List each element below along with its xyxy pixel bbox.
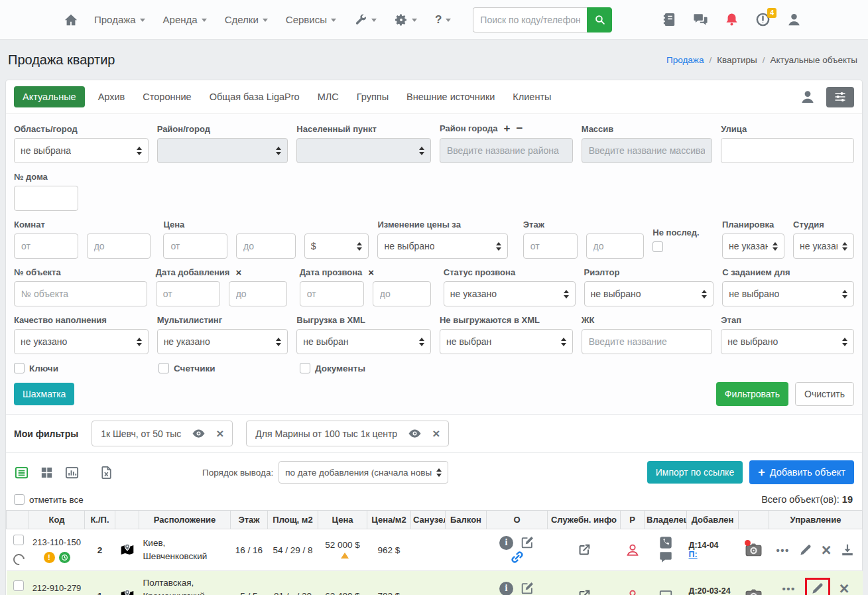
info-icon[interactable]: i	[499, 582, 513, 595]
add-object-button[interactable]: +Добавить объект	[749, 460, 854, 484]
xml-export-select[interactable]: не выбран	[296, 329, 431, 354]
house-number-input[interactable]	[14, 186, 78, 211]
multilisting-select[interactable]: не указано	[157, 329, 288, 354]
task-for-select[interactable]: не выбрано	[722, 281, 854, 306]
map-icon[interactable]	[120, 588, 135, 595]
edit-pencil-icon[interactable]	[799, 543, 812, 557]
grid-view-icon[interactable]	[39, 465, 54, 480]
residential-complex-input[interactable]	[582, 329, 713, 354]
reminders-icon[interactable]: 4	[755, 12, 771, 27]
link-icon[interactable]	[510, 550, 525, 564]
documents-checkbox-field[interactable]: Документы	[300, 363, 436, 373]
owner-person-icon[interactable]	[625, 588, 640, 595]
saved-filter-chip[interactable]: 1к Шевч, от 50 тыс ×	[92, 421, 233, 446]
view-filter-icon[interactable]	[192, 427, 206, 440]
search-button[interactable]	[587, 7, 612, 33]
documents-checkbox[interactable]	[300, 363, 310, 373]
import-by-link-button[interactable]: Импорт по ссылке	[647, 461, 743, 484]
price-to-input[interactable]	[236, 233, 296, 259]
date-added-from-input[interactable]	[156, 281, 220, 306]
more-actions-icon[interactable]: •••	[776, 545, 790, 556]
comment-bubble-icon[interactable]	[658, 588, 673, 595]
keys-checkbox-field[interactable]: Ключи	[14, 363, 150, 373]
price-change-select[interactable]: не выбрано	[377, 233, 507, 259]
district-city-select[interactable]	[157, 138, 288, 163]
layout-select[interactable]: не указана	[722, 233, 784, 259]
delete-icon[interactable]: ×	[822, 543, 832, 557]
row-checkbox[interactable]	[13, 535, 24, 545]
camera-icon[interactable]	[745, 541, 763, 559]
settlement-select[interactable]	[296, 138, 431, 163]
nav-menu-rent[interactable]: Аренда	[163, 14, 207, 25]
breadcrumb-link-sales[interactable]: Продажа	[666, 55, 704, 65]
nav-menu-services[interactable]: Сервисы	[286, 14, 336, 25]
call-status-select[interactable]: не указано	[444, 281, 576, 306]
select-all-field[interactable]: отметить все	[14, 494, 84, 505]
tab-mls[interactable]: МЛС	[318, 92, 339, 102]
tab-actual[interactable]: Актуальные	[14, 86, 85, 107]
profile-icon[interactable]	[786, 12, 802, 27]
excel-export-icon[interactable]	[99, 465, 114, 480]
external-link-icon[interactable]	[577, 588, 591, 595]
messages-icon[interactable]	[693, 12, 708, 27]
home-icon[interactable]	[64, 13, 78, 27]
no-xml-export-select[interactable]: не выбран	[440, 329, 573, 354]
map-icon[interactable]	[120, 543, 135, 557]
added-p-link[interactable]: П:	[689, 550, 698, 559]
tools-menu[interactable]	[354, 13, 377, 27]
contacts-book-icon[interactable]	[662, 12, 677, 27]
notifications-bell-icon[interactable]	[724, 12, 739, 27]
owner-person-icon[interactable]	[625, 543, 640, 557]
nav-menu-sales[interactable]: Продажа	[94, 14, 145, 25]
info-icon[interactable]: i	[499, 536, 513, 550]
add-district-icon[interactable]: +	[504, 123, 511, 134]
rooms-to-input[interactable]	[87, 233, 151, 259]
order-select[interactable]: по дате добавления (сначала новые)	[279, 461, 448, 484]
tab-external-sources[interactable]: Внешние источники	[406, 92, 495, 102]
delete-icon[interactable]: ×	[839, 582, 849, 595]
realtor-select[interactable]: не выбрано	[584, 281, 714, 306]
phone-icon[interactable]	[658, 535, 673, 550]
meters-checkbox-field[interactable]: Счетчики	[158, 363, 291, 373]
not-last-floor-checkbox[interactable]	[652, 241, 663, 252]
help-menu[interactable]: ?	[435, 13, 451, 27]
row-checkbox[interactable]	[13, 580, 24, 591]
city-district-input[interactable]	[440, 138, 573, 163]
external-link-icon[interactable]	[577, 543, 591, 557]
object-number-input[interactable]	[14, 281, 147, 306]
chessboard-button[interactable]: Шахматка	[14, 383, 74, 405]
currency-select[interactable]: $	[304, 233, 369, 259]
floor-to-input[interactable]	[586, 233, 645, 259]
user-icon[interactable]	[800, 89, 816, 105]
quality-select[interactable]: не указано	[14, 329, 149, 354]
search-input[interactable]	[473, 7, 587, 33]
remove-filter-icon[interactable]: ×	[432, 427, 440, 440]
massiv-input[interactable]	[582, 138, 713, 163]
street-input[interactable]	[721, 138, 854, 163]
floor-from-input[interactable]	[523, 233, 578, 259]
tab-groups[interactable]: Группы	[357, 92, 389, 102]
tab-clients[interactable]: Клиенты	[513, 92, 551, 102]
call-date-to-input[interactable]	[373, 281, 431, 306]
edit-note-icon[interactable]	[520, 535, 534, 550]
saved-filter-chip[interactable]: Для Марины от 100 тыс 1к центр ×	[246, 421, 449, 446]
remove-district-icon[interactable]: −	[516, 123, 523, 134]
list-view-icon[interactable]	[14, 465, 29, 480]
comment-bubble-icon[interactable]	[658, 550, 673, 564]
tab-archive[interactable]: Архив	[98, 92, 125, 102]
settings-menu[interactable]	[395, 13, 417, 27]
tab-thirdparty[interactable]: Сторонние	[143, 92, 191, 102]
rooms-from-input[interactable]	[14, 233, 78, 259]
edit-pencil-icon[interactable]	[805, 578, 830, 595]
date-added-to-input[interactable]	[229, 281, 287, 306]
nav-menu-deals[interactable]: Сделки	[225, 14, 268, 25]
region-select[interactable]: не выбрана	[14, 138, 149, 163]
select-all-checkbox[interactable]	[14, 494, 25, 505]
camera-icon[interactable]	[745, 587, 763, 595]
clear-button[interactable]: Очистить	[795, 382, 854, 406]
meters-checkbox[interactable]	[158, 363, 169, 373]
call-date-from-input[interactable]	[300, 281, 364, 306]
filter-button[interactable]: Фильтровать	[716, 382, 788, 406]
keys-checkbox[interactable]	[14, 363, 25, 373]
filter-settings-button[interactable]	[826, 87, 854, 107]
